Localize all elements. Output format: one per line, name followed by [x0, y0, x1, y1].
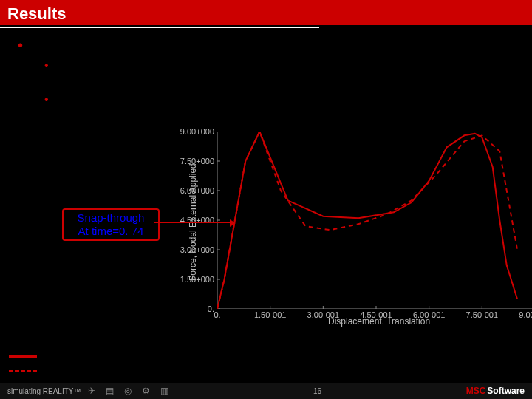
x-tick-label: 9.00-001	[513, 310, 532, 319]
x-axis-label: Displacement, Translation	[328, 316, 430, 337]
footer-tagline: simulating REALITY™	[7, 387, 81, 395]
footer-bar: simulating REALITY™ ✈ ▤ ◎ ⚙ ▥ 16 MSC Sof…	[0, 383, 532, 399]
bullet-sub2-line1: The critical load leads the snap-through…	[55, 92, 466, 107]
callout-arrow-icon	[154, 222, 235, 223]
logo-software: Software	[487, 386, 525, 396]
slide-title: Results	[7, 4, 66, 24]
legend: Based on the increasing time(load) Based…	[9, 349, 225, 378]
bullet-sub2-line2: (=500 psi x 0. 74)	[55, 109, 158, 123]
bullet-dot-icon: •	[44, 92, 49, 124]
chip-icon: ▤	[106, 386, 114, 396]
x-tick-label: 1.50-001	[248, 310, 293, 319]
callout-line1: Snap-through	[78, 211, 145, 224]
page-number: 16	[313, 387, 321, 395]
msc-logo: MSC Software	[466, 386, 525, 396]
loading-annotation: loading	[343, 197, 381, 210]
callout-line2: At time=0. 74	[78, 225, 144, 237]
footer-left: simulating REALITY™ ✈ ▤ ◎ ⚙ ▥	[7, 386, 168, 396]
bullet-level2: • Snap-through information can be found …	[44, 58, 522, 90]
line-chart: 0.1.50+0003.00+0004.50+0006.00+0007.50+0…	[166, 126, 532, 332]
gear-icon: ⚙	[142, 386, 150, 396]
bullet-dot-icon: •	[18, 37, 23, 55]
legend-dash-label: Based on the increment(solving step)	[41, 365, 225, 378]
legend-swatch-solid-icon	[9, 355, 37, 358]
legend-swatch-dash-icon	[9, 370, 37, 372]
chart-area: Snap-through At time=0. 74 0.1.50+0003.0…	[18, 126, 522, 332]
target-icon: ◎	[124, 386, 132, 396]
legend-row-solid: Based on the increasing time(load)	[9, 349, 225, 364]
bullet-sub2-text: The critical load leads the snap-through…	[55, 92, 522, 124]
bullet-level1: • Load applied vs. displacement Curve	[18, 37, 522, 55]
footer-icons: ✈ ▤ ◎ ⚙ ▥	[88, 386, 168, 396]
snap-through-callout: Snap-through At time=0. 74	[62, 208, 160, 241]
legend-solid-label: Based on the increasing time(load)	[41, 350, 213, 363]
x-tick-label: 0.	[195, 310, 239, 319]
title-bar: Results	[0, 0, 532, 27]
car-icon: ▥	[160, 386, 168, 396]
x-tick-label: 7.50-001	[460, 310, 504, 319]
plane-icon: ✈	[88, 386, 95, 396]
logo-msc: MSC	[466, 386, 486, 396]
bullet-dot-icon: •	[44, 58, 49, 90]
bullet-sub1-text: Snap-through information can be found by…	[55, 58, 522, 90]
unloading-annotation: unloading	[439, 279, 490, 293]
content-area: • Load applied vs. displacement Curve • …	[0, 28, 532, 332]
bullet-level2: • The critical load leads the snap-throu…	[44, 92, 522, 124]
bullet-main-text: Load applied vs. displacement Curve	[29, 37, 522, 55]
y-tick-label: 9.00+000	[170, 127, 214, 136]
legend-row-dash: Based on the increment(solving step)	[9, 364, 225, 378]
